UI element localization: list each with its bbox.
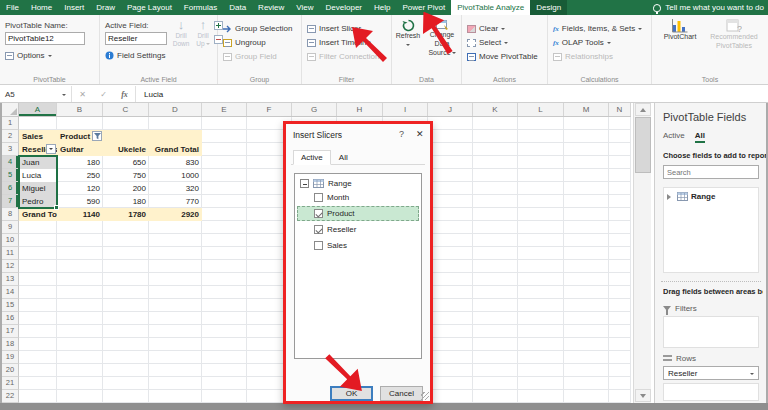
column-header-j[interactable]: J — [428, 103, 473, 116]
move-pivottable-button[interactable]: Move PivotTable — [462, 50, 547, 63]
field-item-range[interactable]: Range — [664, 188, 758, 205]
select-all-corner[interactable] — [2, 103, 19, 117]
row-header-12[interactable]: 12 — [2, 260, 19, 273]
row-header-9[interactable]: 9 — [2, 221, 19, 234]
group-field-button[interactable]: Group Field — [218, 50, 301, 63]
column-header-l[interactable]: L — [518, 103, 564, 116]
checkbox-reseller[interactable] — [314, 225, 323, 234]
field-settings-button[interactable]: Field Settings — [100, 49, 217, 62]
pane-tab-all[interactable]: All — [695, 131, 705, 143]
row-header-6[interactable]: 6 — [2, 182, 19, 195]
rows-drop-area[interactable] — [663, 383, 759, 401]
dialog-tab-all[interactable]: All — [331, 150, 356, 165]
column-header-m[interactable]: M — [564, 103, 609, 116]
tab-page-layout[interactable]: Page Layout — [121, 0, 178, 15]
tab-formulas[interactable]: Formulas — [178, 0, 223, 15]
drill-up-button[interactable]: ↑ Drill Up — [192, 15, 214, 48]
confirm-entry-icon[interactable]: ✓ — [100, 90, 107, 99]
rows-field-reseller[interactable]: Reseller — [663, 366, 759, 380]
column-header-e[interactable]: E — [202, 103, 247, 116]
pivottable-name-input[interactable] — [5, 32, 85, 45]
column-header-i[interactable]: I — [383, 103, 428, 116]
recommended-pivottables-button[interactable]: ? Recommended PivotTables — [706, 15, 762, 51]
row-header-15[interactable]: 15 — [2, 299, 19, 312]
group-selection-button[interactable]: Group Selection — [218, 22, 301, 35]
column-header-n[interactable]: N — [609, 103, 631, 116]
row-header-19[interactable]: 19 — [2, 351, 19, 364]
tab-file[interactable]: File — [0, 0, 25, 15]
pivotchart-button[interactable]: PivotChart — [658, 15, 702, 51]
ungroup-button[interactable]: Ungroup — [218, 36, 301, 49]
dialog-resize-grip[interactable] — [421, 392, 429, 400]
row-header-13[interactable]: 13 — [2, 273, 19, 286]
checkbox-sales[interactable] — [314, 241, 323, 250]
select-button[interactable]: Select — [462, 36, 547, 49]
row-header-2[interactable]: 2 — [2, 130, 19, 143]
row-header-22[interactable]: 22 — [2, 390, 19, 403]
row-header-16[interactable]: 16 — [2, 312, 19, 325]
column-header-c[interactable]: C — [103, 103, 149, 116]
insert-function-icon[interactable]: fx — [121, 90, 128, 99]
cancel-entry-icon[interactable]: ✕ — [79, 90, 86, 99]
scroll-down-button[interactable] — [635, 389, 651, 402]
row-header-17[interactable]: 17 — [2, 325, 19, 338]
olap-tools-button[interactable]: fx OLAP Tools — [548, 36, 651, 49]
dialog-close-icon[interactable]: ✕ — [416, 129, 424, 139]
tab-pivottable-analyze[interactable]: PivotTable Analyze — [451, 0, 530, 15]
tell-me-box[interactable]: Tell me what you want to do — [653, 0, 764, 15]
dialog-help-button[interactable]: ? — [399, 129, 404, 139]
collapse-tree-icon[interactable] — [300, 179, 309, 188]
scroll-up-button[interactable] — [635, 103, 651, 116]
tab-developer[interactable]: Developer — [320, 0, 368, 15]
fields-search-input[interactable] — [663, 165, 759, 179]
options-button[interactable]: Options — [0, 49, 99, 62]
slicer-item-product[interactable]: Product — [297, 206, 419, 221]
filters-drop-area[interactable] — [663, 316, 759, 348]
row-header-7[interactable]: 7 — [2, 195, 19, 208]
column-header-f[interactable]: F — [247, 103, 292, 116]
tab-data[interactable]: Data — [223, 0, 252, 15]
pane-tab-active[interactable]: Active — [663, 131, 685, 143]
tab-insert[interactable]: Insert — [58, 0, 90, 15]
tab-draw[interactable]: Draw — [90, 0, 121, 15]
tab-review[interactable]: Review — [252, 0, 290, 15]
vertical-scrollbar[interactable] — [633, 103, 651, 403]
row-header-21[interactable]: 21 — [2, 377, 19, 390]
row-header-18[interactable]: 18 — [2, 338, 19, 351]
row-header-5[interactable]: 5 — [2, 169, 19, 182]
column-header-k[interactable]: K — [473, 103, 518, 116]
resellers-filter-button[interactable] — [46, 144, 56, 154]
slicer-item-reseller[interactable]: Reseller — [297, 222, 419, 237]
tab-view[interactable]: View — [290, 0, 319, 15]
tab-home[interactable]: Home — [25, 0, 58, 15]
column-header-h[interactable]: H — [337, 103, 383, 116]
relationships-button[interactable]: Relationships — [548, 50, 651, 63]
column-header-g[interactable]: G — [292, 103, 337, 116]
row-header-3[interactable]: 3 — [2, 143, 19, 156]
scrollbar-thumb[interactable] — [635, 117, 651, 173]
tab-help[interactable]: Help — [368, 0, 396, 15]
product-filter-button[interactable] — [92, 131, 102, 141]
column-header-d[interactable]: D — [149, 103, 202, 116]
name-box[interactable]: A5 — [0, 86, 72, 102]
slicer-item-sales[interactable]: Sales — [297, 238, 419, 253]
slicer-item-month[interactable]: Month — [297, 190, 419, 205]
formula-input[interactable]: Lucia — [136, 86, 768, 102]
column-header-b[interactable]: B — [57, 103, 103, 116]
column-header-a[interactable]: A — [19, 103, 57, 116]
row-header-4[interactable]: 4 — [2, 156, 19, 169]
row-header-1[interactable]: 1 — [2, 117, 19, 130]
row-header-20[interactable]: 20 — [2, 364, 19, 377]
cancel-button[interactable]: Cancel — [380, 386, 423, 401]
dialog-tab-active[interactable]: Active — [293, 150, 331, 165]
row-header-8[interactable]: 8 — [2, 208, 19, 221]
clear-button[interactable]: Clear — [462, 22, 547, 35]
active-field-input[interactable] — [105, 32, 167, 45]
checkbox-month[interactable] — [314, 193, 323, 202]
tab-design[interactable]: Design — [530, 0, 567, 15]
row-header-11[interactable]: 11 — [2, 247, 19, 260]
tree-root-range[interactable]: Range — [295, 174, 421, 189]
row-header-10[interactable]: 10 — [2, 234, 19, 247]
drill-down-button[interactable]: ↓ Drill Down — [170, 15, 192, 48]
row-header-14[interactable]: 14 — [2, 286, 19, 299]
